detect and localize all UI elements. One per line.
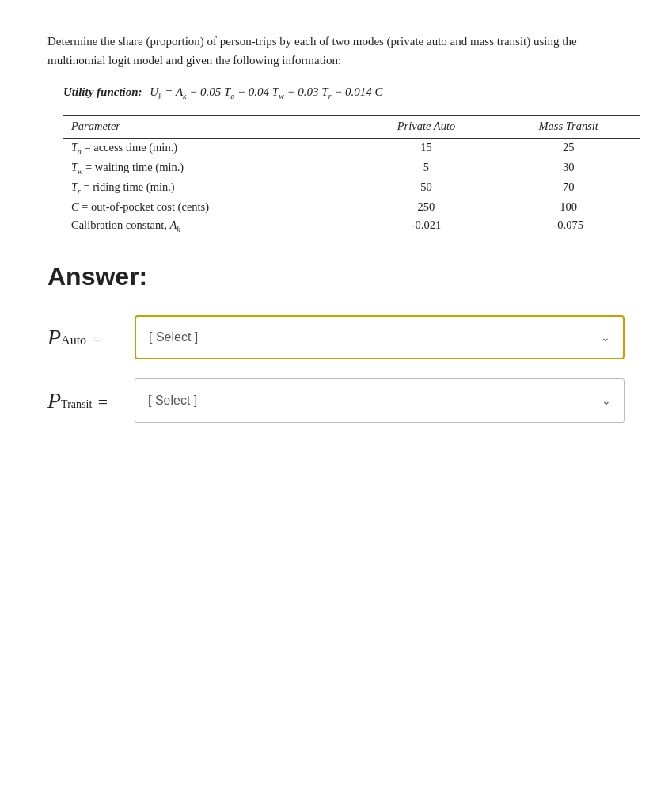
- param-cost: C = out-of-pocket cost (cents): [63, 198, 356, 216]
- col-mass-transit: Mass Transit: [496, 116, 640, 139]
- chevron-down-icon: ⌄: [601, 331, 610, 344]
- param-waiting-time: Tw = waiting time (min.): [63, 158, 356, 178]
- p-auto-dropdown[interactable]: [ Select ] ⌄: [135, 315, 625, 359]
- val-transit-wait: 30: [496, 158, 640, 178]
- parameter-table: Parameter Private Auto Mass Transit Ta =…: [63, 115, 640, 238]
- param-calibration: Calibration constant, Ak: [63, 216, 356, 238]
- val-auto-wait: 5: [356, 158, 497, 178]
- table-row: Tw = waiting time (min.) 5 30: [63, 158, 640, 178]
- col-private-auto: Private Auto: [356, 116, 497, 139]
- chevron-down-icon: ⌄: [602, 394, 611, 407]
- description-text: Determine the share (proportion) of pers…: [47, 35, 577, 67]
- utility-label: Utility function:: [63, 86, 142, 98]
- table-row: Calibration constant, Ak -0.021 -0.075: [63, 216, 640, 238]
- p-auto-equals: =: [91, 329, 103, 349]
- val-auto-access: 15: [356, 139, 497, 158]
- p-transit-letter: P: [47, 388, 61, 413]
- p-auto-row: P Auto = [ Select ] ⌄: [47, 315, 625, 359]
- utility-expr: Uk = Ak − 0.05 Ta − 0.04 Tw − 0.03 Tr − …: [150, 86, 382, 98]
- p-transit-selected-value: [ Select ]: [148, 394, 197, 408]
- p-transit-subscript: Transit: [61, 398, 92, 411]
- p-auto-label: P Auto =: [47, 325, 135, 350]
- p-transit-dropdown[interactable]: [ Select ] ⌄: [135, 378, 625, 423]
- val-auto-calib: -0.021: [356, 216, 497, 238]
- param-riding-time: Tr = riding time (min.): [63, 178, 356, 198]
- table-row: Ta = access time (min.) 15 25: [63, 139, 640, 158]
- val-transit-cost: 100: [496, 198, 640, 216]
- problem-description: Determine the share (proportion) of pers…: [47, 32, 625, 70]
- answer-section: Answer: P Auto = [ Select ] ⌄ P Transit …: [47, 262, 625, 423]
- answer-label: Answer:: [47, 262, 625, 291]
- val-transit-calib: -0.075: [496, 216, 640, 238]
- p-auto-letter: P: [47, 325, 61, 350]
- val-transit-ride: 70: [496, 178, 640, 198]
- val-auto-cost: 250: [356, 198, 497, 216]
- val-transit-access: 25: [496, 139, 640, 158]
- p-transit-label: P Transit =: [47, 388, 135, 413]
- p-auto-selected-value: [ Select ]: [149, 330, 198, 344]
- param-access-time: Ta = access time (min.): [63, 139, 356, 158]
- utility-function: Utility function: Uk = Ak − 0.05 Ta − 0.…: [63, 86, 625, 101]
- val-auto-ride: 50: [356, 178, 497, 198]
- col-parameter: Parameter: [63, 116, 356, 139]
- table-row: C = out-of-pocket cost (cents) 250 100: [63, 198, 640, 216]
- table-header-row: Parameter Private Auto Mass Transit: [63, 116, 640, 139]
- p-transit-equals: =: [97, 392, 108, 413]
- table-row: Tr = riding time (min.) 50 70: [63, 178, 640, 198]
- p-transit-row: P Transit = [ Select ] ⌄: [47, 378, 625, 423]
- p-auto-subscript: Auto: [61, 333, 86, 348]
